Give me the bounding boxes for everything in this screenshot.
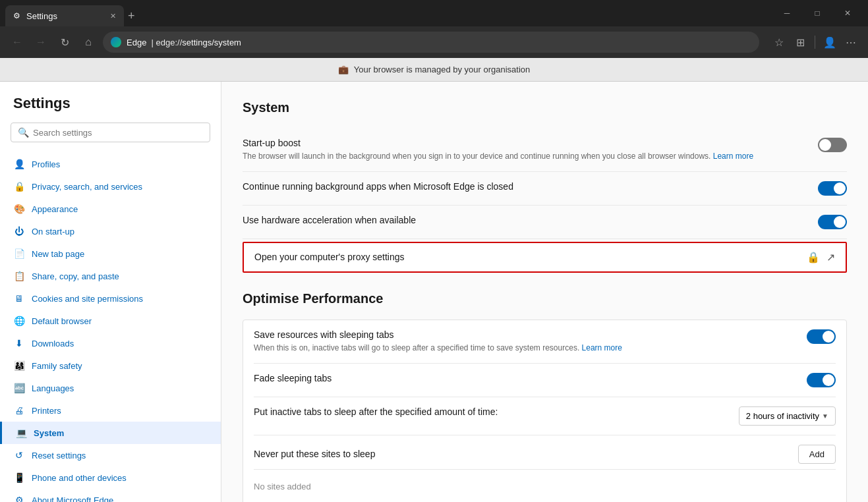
new-tab-button[interactable]: + bbox=[124, 5, 139, 26]
browser-chrome: ⚙ Settings ✕ + ─ □ ✕ bbox=[0, 0, 868, 26]
window-controls: ─ □ ✕ bbox=[772, 3, 863, 24]
inactive-tabs-row: Put inactive tabs to sleep after the spe… bbox=[254, 397, 836, 435]
no-sites-row: No sites added bbox=[254, 470, 836, 502]
back-button[interactable]: ← bbox=[8, 33, 26, 51]
sidebar-item-about[interactable]: ⚙ About Microsoft Edge bbox=[0, 489, 221, 502]
sidebar-item-label: Reset settings bbox=[32, 451, 86, 460]
content-area: System Start-up boost The browser will l… bbox=[221, 82, 868, 502]
proxy-label: Open your computer's proxy settings bbox=[254, 252, 405, 262]
startup-boost-row: Start-up boost The browser will launch i… bbox=[243, 128, 847, 172]
fade-tabs-label: Fade sleeping tabs bbox=[254, 373, 794, 383]
fade-tabs-toggle[interactable] bbox=[807, 373, 836, 387]
languages-icon: 🔤 bbox=[13, 382, 25, 394]
sidebar-item-label: Privacy, search, and services bbox=[32, 182, 142, 192]
fade-tabs-info: Fade sleeping tabs bbox=[254, 373, 794, 383]
inactive-tabs-info: Put inactive tabs to sleep after the spe… bbox=[254, 406, 726, 417]
more-icon[interactable]: ⋯ bbox=[842, 33, 860, 51]
sidebar-item-privacy[interactable]: 🔒 Privacy, search, and services bbox=[0, 175, 221, 198]
managed-message: Your browser is managed by your organisa… bbox=[354, 65, 531, 74]
startup-boost-learn-more[interactable]: Learn more bbox=[713, 152, 753, 161]
search-box[interactable]: 🔍 bbox=[11, 123, 210, 142]
startup-boost-info: Start-up boost The browser will launch i… bbox=[243, 138, 805, 162]
sidebar-item-downloads[interactable]: ⬇ Downloads bbox=[0, 332, 221, 354]
sleeping-tabs-row: Save resources with sleeping tabs When t… bbox=[254, 320, 836, 364]
sidebar-item-languages[interactable]: 🔤 Languages bbox=[0, 377, 221, 399]
minimize-button[interactable]: ─ bbox=[772, 3, 802, 24]
collections-icon[interactable]: ⊞ bbox=[791, 33, 809, 51]
about-icon: ⚙ bbox=[13, 494, 25, 502]
settings-tab[interactable]: ⚙ Settings ✕ bbox=[5, 5, 124, 26]
page-title: System bbox=[243, 100, 847, 115]
search-input[interactable] bbox=[33, 128, 203, 138]
no-sites-text: No sites added bbox=[254, 479, 311, 497]
sleeping-tabs-learn-more[interactable]: Learn more bbox=[582, 343, 622, 352]
url-settings: settings bbox=[182, 38, 212, 47]
search-icon: 🔍 bbox=[18, 127, 29, 138]
sidebar-item-label: Family safety bbox=[32, 361, 82, 371]
restore-button[interactable]: □ bbox=[802, 3, 832, 24]
cookies-icon: 🖥 bbox=[13, 293, 25, 304]
sidebar-item-profiles[interactable]: 👤 Profiles bbox=[0, 153, 221, 175]
sidebar-item-share[interactable]: 📋 Share, copy, and paste bbox=[0, 265, 221, 287]
share-icon: 📋 bbox=[13, 270, 25, 282]
startup-boost-label: Start-up boost bbox=[243, 138, 805, 148]
phone-icon: 📱 bbox=[13, 472, 25, 484]
profile-icon[interactable]: 👤 bbox=[821, 33, 839, 51]
add-button[interactable]: Add bbox=[798, 445, 836, 464]
close-button[interactable]: ✕ bbox=[832, 3, 863, 24]
chevron-down-icon: ▼ bbox=[822, 412, 828, 420]
sidebar-item-newtab[interactable]: 📄 New tab page bbox=[0, 242, 221, 265]
favorites-icon[interactable]: ☆ bbox=[770, 33, 788, 51]
home-button[interactable]: ⌂ bbox=[79, 33, 98, 51]
sidebar-item-system[interactable]: 💻 System bbox=[0, 422, 221, 444]
address-bar: ← → ↻ ⌂ Edge | edge://settings/system ☆ … bbox=[0, 26, 868, 58]
downloads-icon: ⬇ bbox=[13, 337, 25, 349]
inactive-dropdown[interactable]: 2 hours of inactivity ▼ bbox=[739, 406, 836, 426]
sidebar-item-cookies[interactable]: 🖥 Cookies and site permissions bbox=[0, 287, 221, 310]
never-sleep-label: Never put these sites to sleep bbox=[254, 449, 375, 459]
sidebar-item-startup[interactable]: ⏻ On start-up bbox=[0, 220, 221, 242]
sidebar-item-label: New tab page bbox=[32, 249, 84, 259]
edge-label: Edge bbox=[127, 38, 146, 47]
sidebar-item-appearance[interactable]: 🎨 Appearance bbox=[0, 198, 221, 220]
printers-icon: 🖨 bbox=[13, 404, 25, 416]
briefcase-icon: 💼 bbox=[338, 65, 349, 74]
optimise-section: Optimise Performance Save resources with… bbox=[243, 291, 847, 502]
tab-close-button[interactable]: ✕ bbox=[110, 12, 116, 20]
sidebar-item-defaultbrowser[interactable]: 🌐 Default browser bbox=[0, 310, 221, 332]
hardware-acceleration-row: Use hardware acceleration when available bbox=[243, 206, 847, 239]
startup-boost-toggle[interactable] bbox=[818, 138, 847, 152]
fade-tabs-row: Fade sleeping tabs bbox=[254, 364, 836, 397]
proxy-settings-row[interactable]: Open your computer's proxy settings 🔒 ↗ bbox=[243, 242, 847, 273]
sidebar-item-printers[interactable]: 🖨 Printers bbox=[0, 399, 221, 422]
sleeping-tabs-toggle[interactable] bbox=[807, 329, 836, 344]
refresh-button[interactable]: ↻ bbox=[55, 33, 74, 51]
url-bar[interactable]: Edge | edge://settings/system bbox=[103, 32, 759, 53]
family-icon: 👨‍👩‍👧 bbox=[13, 360, 25, 372]
sidebar-item-label: Cookies and site permissions bbox=[32, 294, 143, 304]
sidebar-item-phone[interactable]: 📱 Phone and other devices bbox=[0, 466, 221, 489]
forward-button[interactable]: → bbox=[32, 33, 50, 51]
optimise-title: Optimise Performance bbox=[243, 291, 847, 306]
settings-tab-title: Settings bbox=[26, 11, 57, 21]
main-layout: Settings 🔍 👤 Profiles 🔒 Privacy, search,… bbox=[0, 82, 868, 502]
sidebar-title: Settings bbox=[0, 95, 221, 123]
background-apps-toggle[interactable] bbox=[818, 181, 847, 196]
sidebar-item-label: Languages bbox=[32, 383, 74, 393]
external-link-icon[interactable]: ↗ bbox=[826, 251, 835, 264]
startup-boost-desc: The browser will launch in the backgroun… bbox=[243, 151, 805, 162]
sidebar-item-family[interactable]: 👨‍👩‍👧 Family safety bbox=[0, 354, 221, 377]
sidebar-item-label: Downloads bbox=[32, 339, 74, 349]
sidebar-item-label: On start-up bbox=[32, 227, 74, 237]
sidebar-item-label: About Microsoft Edge bbox=[32, 495, 113, 503]
url-text: Edge | edge://settings/system bbox=[127, 38, 241, 47]
sleeping-tabs-desc: When this is on, inactive tabs will go t… bbox=[254, 343, 794, 354]
hardware-acceleration-toggle[interactable] bbox=[818, 215, 847, 229]
sidebar-item-reset[interactable]: ↺ Reset settings bbox=[0, 444, 221, 466]
lock-icon: 🔒 bbox=[807, 251, 820, 264]
toolbar-separator bbox=[815, 36, 815, 49]
inactive-dropdown-value: 2 hours of inactivity bbox=[746, 411, 819, 421]
settings-tab-icon: ⚙ bbox=[13, 11, 22, 20]
hardware-acceleration-label: Use hardware acceleration when available bbox=[243, 215, 805, 225]
sidebar-item-label: System bbox=[34, 428, 64, 438]
